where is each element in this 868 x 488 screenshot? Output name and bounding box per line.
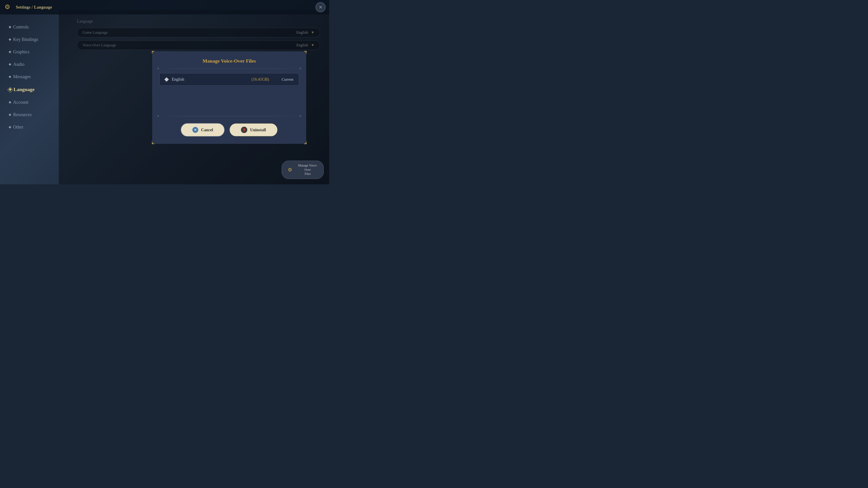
uninstall-button[interactable]: 🗑 Uninstall [229, 123, 278, 137]
modal-title: Manage Voice-Over Files [153, 52, 306, 68]
manage-btn-label: Manage Voice-OverFiles [296, 164, 319, 176]
trash-icon: 🗑 [243, 128, 246, 132]
bullet-icon [8, 63, 11, 66]
bullet-icon [8, 26, 11, 28]
x-icon: ✕ [194, 128, 197, 132]
modal-content: English (16.41GB) Current [153, 69, 306, 114]
bullet-icon [8, 38, 11, 41]
gear-icon: ⚙ [286, 166, 293, 173]
top-bar: ⚙ Settings / Language ✕ [0, 0, 329, 14]
sidebar-label-audio: Audio [13, 62, 24, 67]
trash-icon-container: 🗑 [241, 127, 247, 133]
sidebar-label-key-bindings: Key Bindings [13, 37, 38, 42]
voice-item-size: (16.41GB) [252, 77, 269, 82]
uninstall-label: Uninstall [250, 127, 266, 132]
manage-voiceover-modal: Manage Voice-Over Files English (16.41GB… [152, 52, 306, 144]
sidebar-label-messages: Messages [13, 74, 31, 79]
active-bullet-icon [8, 88, 12, 91]
voice-item-status: Current [282, 77, 293, 82]
diamond-icon [164, 77, 169, 82]
breadcrumb: Settings / Language [16, 5, 52, 10]
voice-item-english[interactable]: English (16.41GB) Current [159, 73, 299, 86]
corner-top-left [152, 51, 157, 56]
manage-voiceover-button[interactable]: ⚙ Manage Voice-OverFiles [282, 161, 324, 179]
voice-item-name: English [172, 77, 248, 82]
bullet-icon [8, 113, 11, 116]
sidebar-label-controls: Controls [13, 24, 29, 30]
bullet-icon [8, 75, 11, 78]
content-area: Language Game Language English ▼ Voice-O… [68, 14, 329, 184]
corner-bottom-left [152, 139, 157, 144]
sidebar: Controls Key Bindings Graphics Audio Mes… [0, 14, 68, 184]
sidebar-label-other: Other [13, 125, 24, 130]
bullet-icon [8, 101, 11, 103]
modal-buttons: ✕ Cancel 🗑 Uninstall [153, 119, 306, 143]
close-icon: ✕ [319, 4, 322, 10]
corner-top-right [301, 51, 307, 56]
gear-icon: ⚙ [4, 3, 13, 11]
modal-top-divider [159, 68, 299, 69]
bullet-icon [8, 126, 11, 128]
sidebar-label-account: Account [13, 100, 29, 105]
sidebar-label-graphics: Graphics [13, 49, 29, 55]
bullet-icon [8, 51, 11, 53]
cancel-icon: ✕ [192, 127, 198, 133]
main-layout: Controls Key Bindings Graphics Audio Mes… [0, 14, 329, 184]
cancel-button[interactable]: ✕ Cancel [181, 123, 225, 137]
sidebar-label-language: Language [13, 87, 35, 92]
sidebar-label-resources: Resources [13, 112, 32, 117]
close-button[interactable]: ✕ [315, 2, 326, 12]
corner-bottom-right [301, 139, 307, 144]
cancel-label: Cancel [201, 127, 213, 132]
